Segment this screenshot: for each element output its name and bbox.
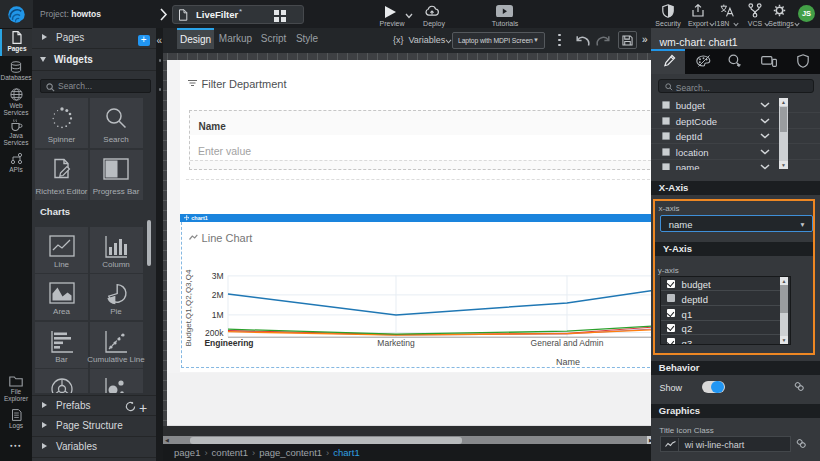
svg-text:2M: 2M — [211, 290, 223, 300]
svg-text:Marketing: Marketing — [377, 337, 415, 347]
svg-text:Budget,Q1,Q2,Q3,Q4: Budget,Q1,Q2,Q3,Q4 — [184, 269, 193, 346]
svg-text:General and Admin: General and Admin — [530, 337, 603, 347]
svg-text:Engineering: Engineering — [204, 337, 253, 347]
svg-text:1M: 1M — [211, 310, 223, 320]
svg-text:Line Chart: Line Chart — [201, 231, 252, 243]
svg-text:200k: 200k — [205, 327, 224, 337]
svg-text:Name: Name — [556, 357, 580, 367]
svg-text:3M: 3M — [211, 271, 223, 281]
